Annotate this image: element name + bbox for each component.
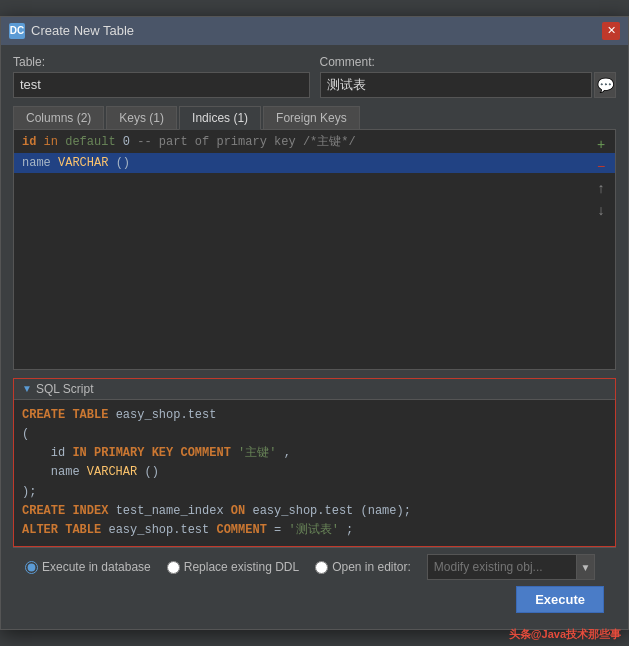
table-input[interactable] [13, 72, 310, 98]
tabs: Columns (2) Keys (1) Indices (1) Foreign… [13, 106, 616, 130]
window-title: Create New Table [31, 23, 134, 38]
radio-execute-db[interactable]: Execute in database [25, 560, 151, 574]
comment-label: Comment: [320, 55, 617, 69]
table-area: id in default 0 -- part of primary key /… [13, 130, 616, 370]
remove-row-button[interactable]: − [591, 156, 611, 176]
radio-row: Execute in database Replace existing DDL… [25, 554, 604, 580]
sql-line-3: id IN PRIMARY KEY COMMENT '主键' , [22, 444, 607, 463]
comment-input[interactable] [320, 72, 593, 98]
tab-foreign-keys[interactable]: Foreign Keys [263, 106, 360, 129]
side-buttons: + − ↑ ↓ [591, 134, 611, 220]
sql-line-2: ( [22, 425, 607, 444]
tab-keys[interactable]: Keys (1) [106, 106, 177, 129]
move-down-button[interactable]: ↓ [591, 200, 611, 220]
table-label: Table: [13, 55, 310, 69]
sql-line-4: name VARCHAR () [22, 463, 607, 482]
sql-line-1: CREATE TABLE easy_shop.test [22, 406, 607, 425]
modify-dropdown: ▼ [427, 554, 595, 580]
close-button[interactable]: ✕ [602, 22, 620, 40]
table-name-group: Table: [13, 55, 310, 98]
watermark: 头条@Java技术那些事 [509, 627, 621, 642]
form-row: Table: Comment: 💬 [13, 55, 616, 98]
title-bar: DC Create New Table ✕ [1, 17, 628, 45]
sql-line-6: CREATE INDEX test_name_index ON easy_sho… [22, 502, 607, 521]
tab-columns[interactable]: Columns (2) [13, 106, 104, 129]
radio-open-editor[interactable]: Open in editor: [315, 560, 411, 574]
title-bar-left: DC Create New Table [9, 23, 134, 39]
main-window: DC Create New Table ✕ Table: Comment: 💬 … [0, 16, 629, 630]
sql-section: ▼ SQL Script CREATE TABLE easy_shop.test… [13, 378, 616, 547]
radio-replace-ddl[interactable]: Replace existing DDL [167, 560, 299, 574]
keyword-id: id [22, 135, 36, 149]
sql-header: ▼ SQL Script [14, 379, 615, 400]
table-row[interactable]: id in default 0 -- part of primary key /… [14, 130, 615, 153]
window-content: Table: Comment: 💬 Columns (2) Keys (1) I… [1, 45, 628, 629]
tab-indices[interactable]: Indices (1) [179, 106, 261, 130]
table-row[interactable]: name VARCHAR () [14, 153, 615, 173]
comment-icon[interactable]: 💬 [594, 72, 616, 98]
sql-line-7: ALTER TABLE easy_shop.test COMMENT = '测试… [22, 521, 607, 540]
execute-button[interactable]: Execute [516, 586, 604, 613]
modify-input[interactable] [427, 554, 577, 580]
execute-row: Execute 头条@Java技术那些事 [25, 586, 604, 613]
bottom-bar: Execute in database Replace existing DDL… [13, 547, 616, 619]
sql-body: CREATE TABLE easy_shop.test ( id IN PRIM… [14, 400, 615, 546]
comment-group: Comment: 💬 [320, 55, 617, 98]
move-up-button[interactable]: ↑ [591, 178, 611, 198]
comment-wrapper: 💬 [320, 72, 617, 98]
app-icon: DC [9, 23, 25, 39]
modify-dropdown-arrow[interactable]: ▼ [577, 554, 595, 580]
sql-header-label: SQL Script [36, 382, 94, 396]
sql-line-5: ); [22, 483, 607, 502]
sql-arrow-icon: ▼ [22, 383, 32, 394]
add-row-button[interactable]: + [591, 134, 611, 154]
